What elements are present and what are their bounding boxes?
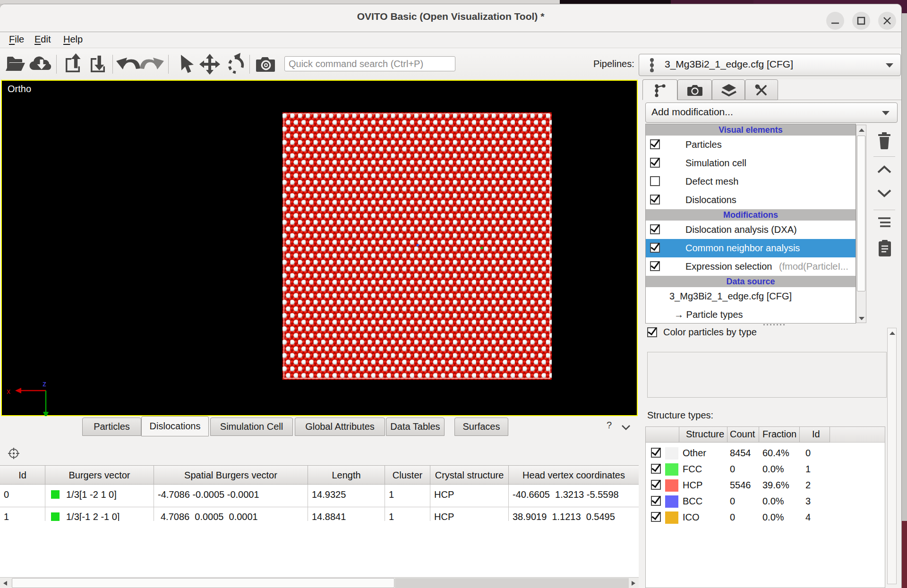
svg-text:x: x <box>7 387 10 395</box>
svg-text:z: z <box>43 380 46 388</box>
